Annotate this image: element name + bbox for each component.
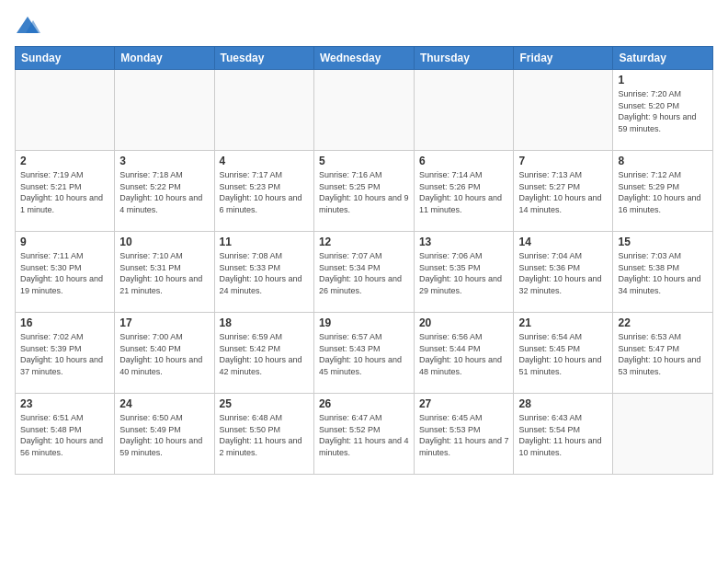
- day-number: 13: [419, 236, 509, 248]
- calendar-cell: [414, 70, 514, 151]
- day-info: Sunrise: 6:56 AM Sunset: 5:44 PM Dayligh…: [419, 331, 509, 377]
- day-number: 10: [119, 236, 209, 248]
- day-info: Sunrise: 7:10 AM Sunset: 5:31 PM Dayligh…: [119, 250, 209, 296]
- day-number: 9: [20, 236, 109, 248]
- day-number: 25: [220, 397, 309, 410]
- day-info: Sunrise: 6:57 AM Sunset: 5:43 PM Dayligh…: [319, 331, 409, 377]
- weekday-header: Saturday: [613, 47, 713, 70]
- day-number: 17: [119, 316, 209, 329]
- logo-icon: [15, 15, 40, 35]
- day-number: 4: [220, 155, 309, 167]
- calendar-cell: 23Sunrise: 6:51 AM Sunset: 5:48 PM Dayli…: [16, 394, 115, 475]
- day-number: 1: [618, 74, 708, 86]
- day-number: 11: [220, 236, 309, 248]
- day-number: 22: [618, 316, 708, 329]
- logo: [15, 15, 44, 35]
- calendar-cell: 17Sunrise: 7:00 AM Sunset: 5:40 PM Dayli…: [115, 313, 214, 394]
- calendar-cell: [115, 70, 214, 151]
- day-info: Sunrise: 7:20 AM Sunset: 5:20 PM Dayligh…: [618, 88, 708, 134]
- weekday-header-row: SundayMondayTuesdayWednesdayThursdayFrid…: [16, 47, 713, 70]
- day-number: 5: [319, 155, 409, 167]
- calendar-cell: 20Sunrise: 6:56 AM Sunset: 5:44 PM Dayli…: [414, 313, 514, 394]
- day-info: Sunrise: 6:48 AM Sunset: 5:50 PM Dayligh…: [220, 412, 309, 458]
- calendar-cell: 21Sunrise: 6:54 AM Sunset: 5:45 PM Dayli…: [514, 313, 613, 394]
- calendar-cell: 16Sunrise: 7:02 AM Sunset: 5:39 PM Dayli…: [16, 313, 115, 394]
- calendar-cell: 7Sunrise: 7:13 AM Sunset: 5:27 PM Daylig…: [514, 151, 613, 232]
- day-info: Sunrise: 6:54 AM Sunset: 5:45 PM Dayligh…: [518, 331, 608, 377]
- week-row: 2Sunrise: 7:19 AM Sunset: 5:21 PM Daylig…: [16, 151, 713, 232]
- day-number: 14: [518, 236, 608, 248]
- day-info: Sunrise: 6:53 AM Sunset: 5:47 PM Dayligh…: [618, 331, 708, 377]
- day-number: 2: [20, 155, 109, 167]
- calendar-cell: 14Sunrise: 7:04 AM Sunset: 5:36 PM Dayli…: [514, 232, 613, 313]
- calendar-cell: 25Sunrise: 6:48 AM Sunset: 5:50 PM Dayli…: [214, 394, 313, 475]
- day-number: 28: [518, 397, 608, 410]
- day-number: 21: [518, 316, 608, 329]
- day-info: Sunrise: 7:16 AM Sunset: 5:25 PM Dayligh…: [319, 169, 409, 215]
- day-info: Sunrise: 7:07 AM Sunset: 5:34 PM Dayligh…: [319, 250, 409, 296]
- day-info: Sunrise: 7:02 AM Sunset: 5:39 PM Dayligh…: [20, 331, 109, 377]
- day-number: 3: [119, 155, 209, 167]
- calendar-cell: [514, 70, 613, 151]
- day-info: Sunrise: 7:00 AM Sunset: 5:40 PM Dayligh…: [119, 331, 209, 377]
- calendar-cell: 10Sunrise: 7:10 AM Sunset: 5:31 PM Dayli…: [115, 232, 214, 313]
- week-row: 9Sunrise: 7:11 AM Sunset: 5:30 PM Daylig…: [16, 232, 713, 313]
- day-info: Sunrise: 6:59 AM Sunset: 5:42 PM Dayligh…: [220, 331, 309, 377]
- day-info: Sunrise: 6:47 AM Sunset: 5:52 PM Dayligh…: [319, 412, 409, 458]
- day-info: Sunrise: 6:43 AM Sunset: 5:54 PM Dayligh…: [518, 412, 608, 458]
- day-info: Sunrise: 7:17 AM Sunset: 5:23 PM Dayligh…: [220, 169, 309, 215]
- calendar-cell: 4Sunrise: 7:17 AM Sunset: 5:23 PM Daylig…: [214, 151, 313, 232]
- calendar-cell: 27Sunrise: 6:45 AM Sunset: 5:53 PM Dayli…: [414, 394, 514, 475]
- day-info: Sunrise: 7:14 AM Sunset: 5:26 PM Dayligh…: [419, 169, 509, 215]
- calendar-cell: 8Sunrise: 7:12 AM Sunset: 5:29 PM Daylig…: [613, 151, 713, 232]
- week-row: 23Sunrise: 6:51 AM Sunset: 5:48 PM Dayli…: [16, 394, 713, 475]
- day-number: 20: [419, 316, 509, 329]
- calendar-cell: 26Sunrise: 6:47 AM Sunset: 5:52 PM Dayli…: [313, 394, 414, 475]
- day-number: 7: [518, 155, 608, 167]
- weekday-header: Thursday: [414, 47, 514, 70]
- calendar-cell: 9Sunrise: 7:11 AM Sunset: 5:30 PM Daylig…: [16, 232, 115, 313]
- day-number: 6: [419, 155, 509, 167]
- calendar-cell: 12Sunrise: 7:07 AM Sunset: 5:34 PM Dayli…: [313, 232, 414, 313]
- day-number: 27: [419, 397, 509, 410]
- day-number: 12: [319, 236, 409, 248]
- weekday-header: Sunday: [16, 47, 115, 70]
- day-number: 8: [618, 155, 708, 167]
- day-number: 15: [618, 236, 708, 248]
- day-number: 24: [119, 397, 209, 410]
- day-info: Sunrise: 6:50 AM Sunset: 5:49 PM Dayligh…: [119, 412, 209, 458]
- calendar-cell: 2Sunrise: 7:19 AM Sunset: 5:21 PM Daylig…: [16, 151, 115, 232]
- calendar-cell: 13Sunrise: 7:06 AM Sunset: 5:35 PM Dayli…: [414, 232, 514, 313]
- week-row: 1Sunrise: 7:20 AM Sunset: 5:20 PM Daylig…: [16, 70, 713, 151]
- day-info: Sunrise: 7:06 AM Sunset: 5:35 PM Dayligh…: [419, 250, 509, 296]
- calendar-cell: [16, 70, 115, 151]
- calendar-cell: 1Sunrise: 7:20 AM Sunset: 5:20 PM Daylig…: [613, 70, 713, 151]
- calendar-cell: 24Sunrise: 6:50 AM Sunset: 5:49 PM Dayli…: [115, 394, 214, 475]
- calendar-cell: 15Sunrise: 7:03 AM Sunset: 5:38 PM Dayli…: [613, 232, 713, 313]
- day-info: Sunrise: 6:51 AM Sunset: 5:48 PM Dayligh…: [20, 412, 109, 458]
- day-info: Sunrise: 7:19 AM Sunset: 5:21 PM Dayligh…: [20, 169, 109, 215]
- weekday-header: Tuesday: [214, 47, 313, 70]
- day-number: 26: [319, 397, 409, 410]
- day-info: Sunrise: 7:04 AM Sunset: 5:36 PM Dayligh…: [518, 250, 608, 296]
- calendar-cell: 3Sunrise: 7:18 AM Sunset: 5:22 PM Daylig…: [115, 151, 214, 232]
- calendar-table: SundayMondayTuesdayWednesdayThursdayFrid…: [15, 46, 713, 475]
- day-number: 23: [20, 397, 109, 410]
- calendar-cell: 19Sunrise: 6:57 AM Sunset: 5:43 PM Dayli…: [313, 313, 414, 394]
- weekday-header: Monday: [115, 47, 214, 70]
- calendar-cell: 18Sunrise: 6:59 AM Sunset: 5:42 PM Dayli…: [214, 313, 313, 394]
- day-number: 18: [220, 316, 309, 329]
- day-info: Sunrise: 7:12 AM Sunset: 5:29 PM Dayligh…: [618, 169, 708, 215]
- week-row: 16Sunrise: 7:02 AM Sunset: 5:39 PM Dayli…: [16, 313, 713, 394]
- calendar-cell: [613, 394, 713, 475]
- calendar-cell: 22Sunrise: 6:53 AM Sunset: 5:47 PM Dayli…: [613, 313, 713, 394]
- weekday-header: Wednesday: [313, 47, 414, 70]
- calendar-cell: 5Sunrise: 7:16 AM Sunset: 5:25 PM Daylig…: [313, 151, 414, 232]
- day-info: Sunrise: 6:45 AM Sunset: 5:53 PM Dayligh…: [419, 412, 509, 458]
- weekday-header: Friday: [514, 47, 613, 70]
- calendar-cell: [214, 70, 313, 151]
- day-info: Sunrise: 7:13 AM Sunset: 5:27 PM Dayligh…: [518, 169, 608, 215]
- calendar-cell: [313, 70, 414, 151]
- page-header: [15, 15, 713, 35]
- calendar-cell: 11Sunrise: 7:08 AM Sunset: 5:33 PM Dayli…: [214, 232, 313, 313]
